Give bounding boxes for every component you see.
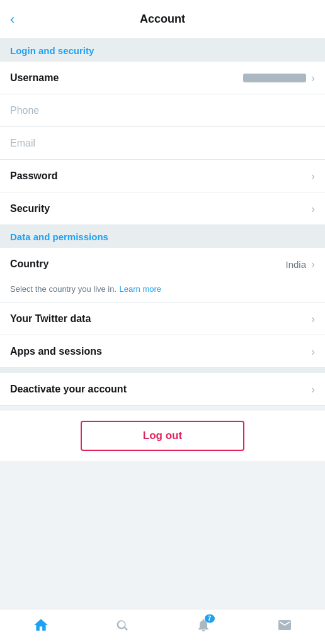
nav-item-notifications[interactable]: 7 (162, 609, 244, 644)
list-item-country[interactable]: Country India › (0, 248, 325, 280)
country-value: India (285, 259, 306, 270)
mail-icon (277, 618, 292, 636)
country-description: Select the country you live in. Learn mo… (0, 280, 325, 303)
bottom-nav: 7 (0, 609, 325, 644)
apps-sessions-chevron: › (311, 346, 315, 357)
logout-container: Log out (0, 411, 325, 461)
section-gap (0, 368, 325, 373)
search-icon (115, 618, 130, 636)
password-label: Password (10, 170, 58, 182)
list-item-security[interactable]: Security › (0, 192, 325, 225)
password-chevron: › (311, 170, 315, 182)
country-chevron: › (311, 258, 315, 270)
apps-sessions-label: Apps and sessions (10, 346, 102, 357)
country-label: Country (10, 258, 48, 270)
learn-more-link[interactable]: Learn more (120, 284, 161, 294)
home-icon (33, 617, 49, 637)
list-item-username[interactable]: Username › (0, 62, 325, 94)
country-description-text: Select the country you live in. (10, 284, 117, 294)
notification-badge: 7 (205, 614, 215, 623)
deactivate-chevron: › (311, 384, 315, 395)
header: ‹ Account (0, 0, 325, 39)
list-item-password[interactable]: Password › (0, 160, 325, 192)
deactivate-label: Deactivate your account (10, 384, 127, 395)
page-title: Account (140, 13, 185, 26)
list-item-deactivate[interactable]: Deactivate your account › (0, 373, 325, 406)
nav-item-mail[interactable] (244, 609, 325, 644)
country-right: India › (285, 258, 315, 270)
twitter-data-chevron: › (311, 313, 315, 325)
section-header-data: Data and permissions (0, 225, 325, 248)
email-label: Email (10, 138, 35, 149)
security-chevron: › (311, 203, 315, 214)
section-title-data: Data and permissions (10, 231, 108, 242)
list-item-apps-sessions[interactable]: Apps and sessions › (0, 335, 325, 368)
username-chevron: › (311, 72, 315, 84)
section-header-login: Login and security (0, 39, 325, 62)
phone-label: Phone (10, 105, 39, 116)
main-content: Login and security Username › Phone Emai… (0, 39, 325, 609)
security-label: Security (10, 203, 50, 214)
logout-button[interactable]: Log out (81, 421, 244, 451)
list-item-twitter-data[interactable]: Your Twitter data › (0, 303, 325, 335)
back-button[interactable]: ‹ (10, 11, 14, 28)
username-placeholder (243, 74, 306, 82)
list-item-email[interactable]: Email (0, 127, 325, 160)
section-title-login: Login and security (10, 45, 94, 56)
username-label: Username (10, 72, 59, 84)
nav-item-home[interactable] (0, 609, 81, 644)
username-right: › (243, 72, 315, 84)
nav-item-search[interactable] (81, 609, 162, 644)
twitter-data-label: Your Twitter data (10, 313, 91, 325)
list-item-phone[interactable]: Phone (0, 94, 325, 127)
